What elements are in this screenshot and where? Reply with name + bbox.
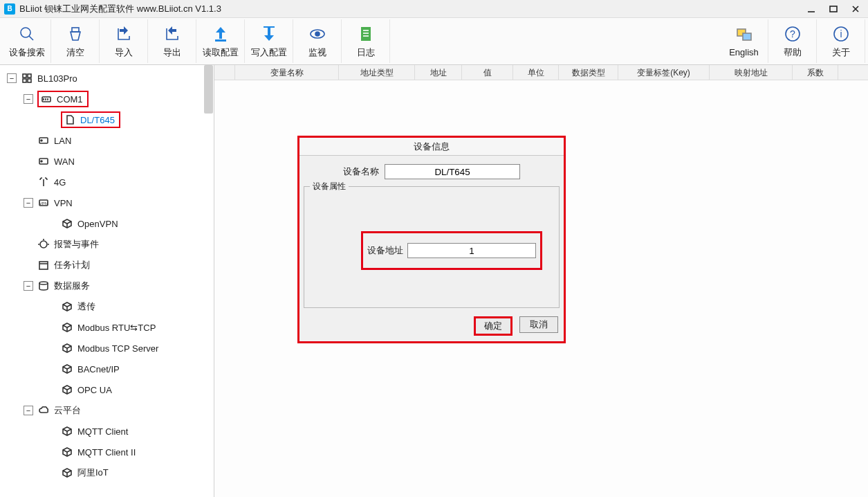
read-config-button[interactable]: 读取配置: [196, 19, 245, 63]
tree-label: 数据服务: [54, 280, 90, 292]
svg-rect-16: [743, 33, 751, 40]
clear-icon: [66, 24, 85, 44]
toolbar-label: 日志: [357, 46, 375, 59]
svg-point-10: [315, 32, 320, 36]
tree-toggle[interactable]: −: [7, 73, 17, 83]
tree-label: COM1: [57, 94, 83, 105]
tree-label: 4G: [54, 177, 66, 188]
app-icon: B: [4, 3, 15, 15]
tree-toggle[interactable]: −: [24, 406, 33, 415]
maximize-button[interactable]: [829, 5, 838, 13]
tree-label: OpenVPN: [77, 219, 118, 229]
tree-label: MQTT Client II: [77, 447, 136, 458]
device-search-button[interactable]: 设备搜索: [3, 19, 51, 63]
cloud-icon: [37, 404, 50, 417]
close-button[interactable]: [851, 5, 860, 13]
tree-ali-iot[interactable]: 阿里IoT: [0, 462, 214, 483]
tree-toggle[interactable]: −: [24, 94, 33, 104]
export-icon: [163, 24, 182, 44]
device-address-block: 设备地址: [361, 231, 542, 270]
antenna-icon: [37, 176, 50, 188]
tree-modbus-tcp-server[interactable]: Modbus TCP Server: [0, 338, 214, 359]
cube-icon: [61, 217, 73, 230]
device-info-dialog: 设备信息 设备名称 设备属性 设备地址 确定 取消: [297, 136, 566, 343]
tree-label: WAN: [54, 156, 75, 167]
tree-4g[interactable]: 4G: [0, 172, 214, 192]
tree-label: 透传: [77, 300, 95, 313]
help-button[interactable]: ? 帮助: [768, 19, 817, 63]
toolbar-label: 监视: [308, 46, 326, 59]
write-config-button[interactable]: 写入配置: [245, 19, 293, 63]
tree-alarm[interactable]: 报警与事件: [0, 234, 214, 255]
toolbar-label: 读取配置: [203, 46, 239, 59]
grid-column-header[interactable]: 系数: [793, 65, 838, 80]
minimize-button[interactable]: [807, 5, 815, 13]
tree-wan[interactable]: WAN: [0, 151, 214, 172]
grid-column-header[interactable]: 单位: [513, 65, 559, 80]
cube-icon: [61, 321, 73, 334]
import-button[interactable]: 导入: [100, 19, 148, 63]
alarm-icon: [37, 238, 50, 251]
tree-mqtt-client[interactable]: MQTT Client: [0, 421, 214, 442]
device-name-input[interactable]: [385, 164, 520, 179]
tree-bacnet[interactable]: BACnet/IP: [0, 359, 214, 379]
cube-icon: [61, 446, 73, 458]
net-icon: [37, 134, 50, 147]
tree-vpn[interactable]: −VPNVPN: [0, 192, 214, 213]
svg-rect-1: [830, 6, 837, 12]
toolbar-label: 帮助: [784, 46, 802, 59]
tree-lan[interactable]: LAN: [0, 130, 214, 151]
dialog-title: 设备信息: [299, 138, 564, 156]
tree-dlt645[interactable]: DL/T645: [0, 109, 214, 130]
schedule-icon: [37, 259, 50, 271]
tree-root[interactable]: −BL103Pro: [0, 68, 214, 89]
svg-point-32: [41, 161, 42, 162]
sidebar: −BL103Pro− COM1 DL/T645 LANWAN4G−VPNVPNO…: [0, 65, 214, 497]
toolbar-label: 设备搜索: [9, 46, 45, 59]
clear-button[interactable]: 清空: [51, 19, 100, 63]
monitor-button[interactable]: 监视: [293, 19, 342, 63]
grid-column-header[interactable]: 地址: [415, 65, 462, 80]
tree-label: MQTT Client: [77, 426, 128, 437]
tree-label: LAN: [54, 136, 71, 146]
upload-icon: [211, 24, 230, 44]
tree-label: 阿里IoT: [77, 467, 109, 479]
grid-column-header[interactable]: 地址类型: [339, 65, 415, 80]
tree-label: Modbus TCP Server: [77, 343, 158, 354]
tree-modbus-rtu-tcp[interactable]: Modbus RTU⇆TCP: [0, 317, 214, 338]
cancel-button[interactable]: 取消: [519, 316, 558, 333]
svg-rect-21: [23, 74, 26, 78]
sidebar-scrollbar[interactable]: [204, 65, 213, 114]
tree-toggle[interactable]: −: [24, 198, 33, 208]
log-button[interactable]: 日志: [342, 19, 390, 63]
svg-text:i: i: [840, 28, 842, 39]
help-icon: ?: [783, 24, 802, 44]
svg-point-37: [40, 241, 47, 248]
language-button[interactable]: English: [720, 19, 768, 63]
grid-column-header[interactable]: 变量名称: [235, 65, 339, 80]
tree-openvpn[interactable]: OpenVPN: [0, 213, 214, 234]
tree-com1[interactable]: − COM1: [0, 89, 214, 109]
ok-button[interactable]: 确定: [474, 316, 513, 336]
grid-column-header[interactable]: 值: [462, 65, 513, 80]
window-title: BLiiot 钡铼工业网关配置软件 www.BLiiot.cn V1.1.3: [19, 3, 807, 15]
tree-cloud[interactable]: −云平台: [0, 400, 214, 421]
import-icon: [114, 24, 133, 44]
export-button[interactable]: 导出: [148, 19, 196, 63]
tree-label: BL103Pro: [37, 73, 77, 84]
device-address-input[interactable]: [407, 243, 536, 258]
tree-toggle[interactable]: −: [24, 281, 33, 291]
tree-label: 云平台: [54, 404, 81, 417]
titlebar: B BLiiot 钡铼工业网关配置软件 www.BLiiot.cn V1.1.3: [0, 0, 868, 18]
tree-opcua[interactable]: OPC UA: [0, 379, 214, 400]
tree-mqtt-client-2[interactable]: MQTT Client II: [0, 442, 214, 462]
vpn-icon: VPN: [37, 197, 50, 209]
tree-schedule[interactable]: 任务计划: [0, 255, 214, 275]
toolbar-label: 写入配置: [251, 46, 287, 59]
grid-column-header[interactable]: 数据类型: [559, 65, 618, 80]
about-button[interactable]: i 关于: [817, 19, 865, 63]
grid-column-header[interactable]: 变量标签(Key): [618, 65, 710, 80]
grid-column-header[interactable]: 映射地址: [710, 65, 793, 80]
tree-passthrough[interactable]: 透传: [0, 296, 214, 317]
tree-dataservice[interactable]: −数据服务: [0, 275, 214, 296]
